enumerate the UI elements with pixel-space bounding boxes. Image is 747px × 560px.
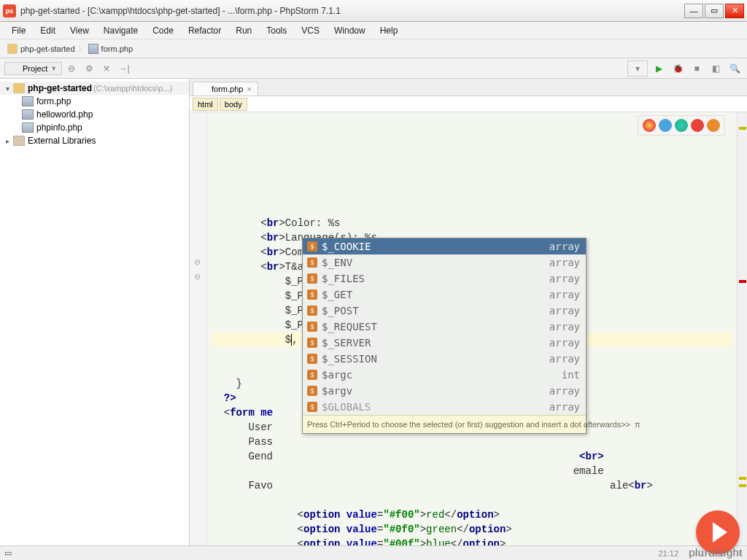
menu-edit[interactable]: Edit	[34, 24, 61, 37]
editor-tabbar: form.php ×	[190, 79, 747, 96]
menu-navigate[interactable]: Navigate	[98, 24, 144, 37]
code-line[interactable]: Pass	[212, 435, 732, 449]
variable-icon: $	[307, 257, 317, 268]
chrome-icon[interactable]	[643, 119, 656, 132]
tree-toggle-icon[interactable]: ▾	[3, 85, 12, 93]
autocomplete-hint: Press Ctrl+Period to choose the selected…	[303, 415, 586, 433]
code-line[interactable]	[212, 493, 732, 508]
variable-icon: $	[307, 322, 317, 332]
tree-item[interactable]: form.php	[0, 95, 189, 108]
autocomplete-type: array	[549, 384, 580, 398]
settings-icon[interactable]: ⚙	[81, 61, 97, 77]
tree-root-label: php-get-started	[28, 83, 92, 93]
autocomplete-type: array	[549, 335, 580, 350]
safari-icon[interactable]	[659, 119, 672, 132]
breadcrumb-project-label: php-get-started	[20, 44, 75, 53]
fold-icon[interactable]: ⊖	[194, 258, 201, 265]
breadcrumb-file[interactable]: form.php	[85, 44, 136, 54]
code-line[interactable]: Gend <br>	[212, 449, 732, 464]
project-tool-button[interactable]: Project ▼	[4, 62, 62, 75]
autocomplete-item[interactable]: $$argcint	[303, 367, 586, 383]
autocomplete-type: array	[549, 351, 580, 366]
autocomplete-item[interactable]: $$_GETarray	[303, 287, 586, 303]
code-editor[interactable]: ⊖ ⊖ <br>Color: %s <br>Language(s): %s, <…	[190, 112, 747, 545]
firefox-icon[interactable]	[707, 119, 720, 132]
menu-refactor[interactable]: Refactor	[182, 24, 227, 37]
tab-label: form.php	[212, 85, 243, 93]
tree-root[interactable]: ▾ php-get-started (C:\xampp\htdocs\p...)	[0, 82, 189, 95]
stop-icon[interactable]: ■	[689, 61, 705, 77]
run-icon[interactable]: ▶	[651, 61, 667, 77]
search-icon[interactable]: 🔍	[727, 61, 743, 77]
warning-marker[interactable]	[739, 477, 746, 480]
menu-vcs[interactable]: VCS	[295, 24, 325, 37]
tree-external-libs[interactable]: ▸ External Libraries	[0, 134, 189, 147]
close-button[interactable]: ✕	[725, 4, 744, 18]
php-file-icon	[22, 96, 34, 106]
autocomplete-item[interactable]: $$_FILESarray	[303, 271, 586, 287]
breadcrumb-segment[interactable]: html	[193, 98, 218, 111]
autocomplete-name: $GLOBALS	[322, 400, 549, 414]
close-icon[interactable]: ×	[247, 85, 251, 93]
warning-marker[interactable]	[739, 127, 746, 130]
variable-icon: $	[307, 386, 317, 396]
autocomplete-item[interactable]: $$argvarray	[303, 383, 586, 399]
autocomplete-item[interactable]: $$_SERVERarray	[303, 335, 586, 351]
editor-tab[interactable]: form.php ×	[193, 82, 258, 96]
code-line[interactable]: <option value="#0f0">green</option>	[212, 522, 732, 537]
code-line[interactable]: <option value="#00f">blue</option>	[212, 537, 732, 545]
breadcrumb-project[interactable]: php-get-started	[4, 44, 78, 54]
browser-preview-bar	[638, 115, 725, 136]
autocomplete-item[interactable]: $$GLOBALSarray	[303, 399, 586, 415]
menu-run[interactable]: Run	[230, 24, 258, 37]
menu-window[interactable]: Window	[328, 24, 371, 37]
breadcrumb-segment[interactable]: body	[220, 98, 247, 111]
debug-icon[interactable]: 🐞	[670, 61, 686, 77]
menu-tools[interactable]: Tools	[260, 24, 293, 37]
hide-icon[interactable]: →|	[116, 61, 132, 77]
warning-marker[interactable]	[739, 484, 746, 487]
folder-icon	[9, 64, 20, 73]
autocomplete-item[interactable]: $$_REQUESTarray	[303, 319, 586, 335]
fold-icon[interactable]: ⊖	[194, 273, 201, 280]
minimize-button[interactable]: —	[684, 4, 703, 18]
code-line[interactable]: emale	[212, 464, 732, 478]
coverage-icon[interactable]: ◧	[708, 61, 724, 77]
autoscroll-icon[interactable]: ⤧	[98, 61, 115, 77]
menu-bar: File Edit View Navigate Code Refactor Ru…	[0, 22, 747, 39]
folder-icon	[13, 83, 25, 93]
status-bar: ▭ 21:12 CRLF UTF-8	[0, 545, 747, 560]
tree-item[interactable]: helloworld.php	[0, 108, 189, 121]
autocomplete-name: $argv	[322, 384, 549, 398]
menu-file[interactable]: File	[6, 24, 31, 37]
variable-icon: $	[307, 273, 317, 284]
navigation-bar: php-get-started 〉 form.php	[0, 39, 747, 58]
tree-item[interactable]: phpinfo.php	[0, 121, 189, 134]
error-marker[interactable]	[739, 280, 746, 283]
menu-help[interactable]: Help	[374, 24, 404, 37]
ie-icon[interactable]	[675, 119, 688, 132]
tree-item-label: phpinfo.php	[36, 122, 82, 133]
code-content[interactable]: <br>Color: %s <br>Language(s): %s, <br>C…	[207, 112, 737, 545]
autocomplete-item[interactable]: $$_ENVarray	[303, 254, 586, 271]
maximize-button[interactable]: ▭	[705, 4, 724, 18]
code-line[interactable]: Favo ale<br>	[212, 478, 732, 493]
status-icon: ▭	[4, 548, 12, 557]
autocomplete-item[interactable]: $$_COOKIEarray	[303, 238, 586, 254]
tree-toggle-icon[interactable]: ▸	[3, 137, 12, 145]
error-stripe[interactable]	[737, 112, 747, 545]
code-line[interactable]: <option value="#f00">red</option>	[212, 508, 732, 522]
collapse-icon[interactable]: ⊖	[63, 61, 80, 77]
run-dropdown[interactable]: ▾	[627, 61, 648, 77]
autocomplete-type: array	[549, 271, 580, 286]
menu-view[interactable]: View	[64, 24, 95, 37]
library-icon	[13, 136, 25, 146]
menu-code[interactable]: Code	[147, 24, 179, 37]
autocomplete-type: array	[549, 255, 580, 270]
variable-icon: $	[307, 402, 317, 412]
autocomplete-item[interactable]: $$_POSTarray	[303, 303, 586, 319]
autocomplete-item[interactable]: $$_SESSIONarray	[303, 351, 586, 367]
opera-icon[interactable]	[691, 119, 704, 132]
code-line[interactable]: <br>Color: %s	[212, 216, 732, 230]
autocomplete-popup[interactable]: $$_COOKIEarray$$_ENVarray$$_FILESarray$$…	[302, 238, 587, 434]
